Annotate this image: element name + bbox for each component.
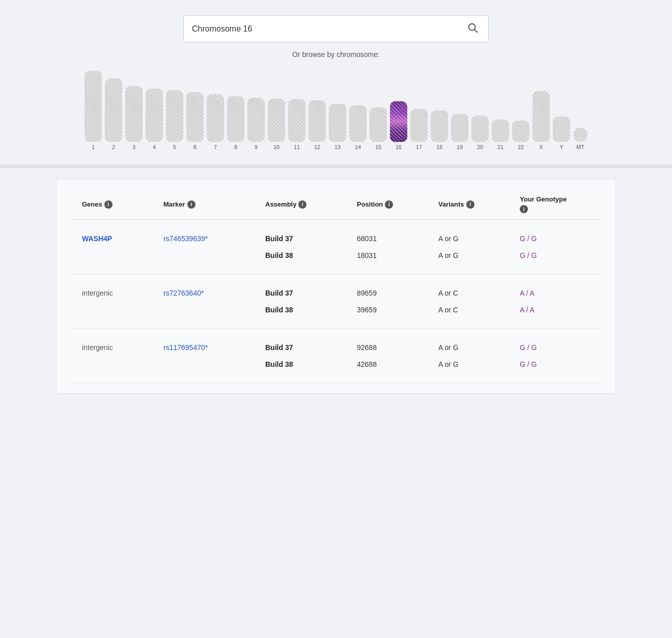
data-row-0-0: WASH4Prs746539639*Build 3768031A or GG /… <box>82 230 600 247</box>
chromosome-X[interactable]: X <box>533 91 550 150</box>
col-header-variants: Variants i <box>438 195 520 213</box>
chromosome-13[interactable]: 13 <box>329 104 346 150</box>
genotype-header-label: Your Genotype <box>520 195 567 203</box>
gene-link[interactable]: WASH4P <box>82 235 112 243</box>
assembly-cell: Build 38 <box>265 251 357 259</box>
table-body: WASH4Prs746539639*Build 3768031A or GG /… <box>72 220 600 383</box>
variants-cell: A or G <box>438 343 520 352</box>
marker-cell[interactable]: rs746539639* <box>163 234 265 243</box>
variants-cell: A or C <box>438 306 520 314</box>
genotype-cell: G / G <box>520 360 591 368</box>
chromosome-label-18: 18 <box>436 144 442 150</box>
variants-header-label: Variants <box>438 200 464 208</box>
position-cell: 39659 <box>357 306 438 314</box>
col-header-genes: Genes i <box>82 195 163 213</box>
chromosome-15[interactable]: 15 <box>370 107 387 150</box>
position-info-icon[interactable]: i <box>385 200 393 209</box>
genotype-cell: A / A <box>520 306 591 314</box>
gene-cell[interactable]: WASH4P <box>82 234 163 243</box>
chromosome-label-9: 9 <box>255 144 258 150</box>
marker-cell[interactable]: rs117695470* <box>163 343 265 352</box>
data-row-2-1: Build 3842688A or GG / G <box>82 356 600 372</box>
chromosome-17[interactable]: 17 <box>410 109 428 150</box>
chromosome-browser: 12345678910111213141516171819202122XYMT <box>56 66 616 164</box>
variants-cell: A or C <box>438 289 520 297</box>
marker-link[interactable]: rs72763640* <box>163 289 204 297</box>
variants-cell: A or G <box>438 235 520 243</box>
position-cell: 92688 <box>357 343 438 352</box>
chromosome-label-Y: Y <box>559 144 563 150</box>
table-row: intergenicrs72763640*Build 3789659A or C… <box>72 274 600 329</box>
chromosome-label-17: 17 <box>416 144 422 150</box>
chromosome-6[interactable]: 6 <box>186 92 204 150</box>
chromosome-label-4: 4 <box>153 144 156 150</box>
marker-header-label: Marker <box>163 200 185 208</box>
variants-info-icon[interactable]: i <box>466 200 474 209</box>
browse-label: Or browse by chromosome: <box>292 50 380 59</box>
chromosome-label-22: 22 <box>518 144 524 150</box>
genotype-info-icon[interactable]: i <box>520 205 528 213</box>
search-button[interactable] <box>465 22 480 36</box>
table-row: WASH4Prs746539639*Build 3768031A or GG /… <box>72 220 600 274</box>
chromosome-20[interactable]: 20 <box>471 115 489 150</box>
chromosome-label-8: 8 <box>234 144 237 150</box>
top-section: Or browse by chromosome: 123456789101112… <box>0 0 672 164</box>
chromosome-18[interactable]: 18 <box>431 110 448 150</box>
col-header-assembly: Assembly i <box>265 195 357 213</box>
chromosome-label-11: 11 <box>294 144 300 150</box>
chromosome-8[interactable]: 8 <box>227 96 244 150</box>
marker-link[interactable]: rs117695470* <box>163 343 208 352</box>
data-row-1-0: intergenicrs72763640*Build 3789659A or C… <box>82 284 600 302</box>
assembly-header-label: Assembly <box>265 200 296 208</box>
chromosome-label-21: 21 <box>497 144 503 150</box>
chromosome-label-X: X <box>539 144 543 150</box>
table-row: intergenicrs117695470*Build 3792688A or … <box>72 329 600 383</box>
chromosome-2[interactable]: 2 <box>105 78 122 150</box>
marker-link[interactable]: rs746539639* <box>163 235 208 243</box>
results-table-section: Genes i Marker i Assembly i Position i V… <box>56 179 616 394</box>
chromosome-21[interactable]: 21 <box>492 120 509 150</box>
chromosome-3[interactable]: 3 <box>125 86 143 150</box>
svg-line-1 <box>474 30 477 32</box>
col-header-genotype: Your Genotype i <box>520 195 591 213</box>
chromosome-Y[interactable]: Y <box>553 117 570 150</box>
chromosome-label-20: 20 <box>477 144 483 150</box>
chromosome-row: 12345678910111213141516171819202122XYMT <box>85 71 587 150</box>
genotype-cell: G / G <box>520 343 591 352</box>
chromosome-label-14: 14 <box>355 144 361 150</box>
chromosome-10[interactable]: 10 <box>268 99 285 150</box>
chromosome-label-13: 13 <box>334 144 341 150</box>
chromosome-4[interactable]: 4 <box>146 89 163 150</box>
chromosome-label-3: 3 <box>132 144 135 150</box>
chromosome-1[interactable]: 1 <box>85 71 102 150</box>
gene-cell: intergenic <box>82 289 163 297</box>
chromosome-label-15: 15 <box>375 144 381 150</box>
assembly-cell: Build 37 <box>265 289 357 297</box>
chromosome-9[interactable]: 9 <box>247 98 265 150</box>
data-row-0-1: Build 3818031A or GG / G <box>82 247 600 264</box>
genes-info-icon[interactable]: i <box>104 200 113 209</box>
chromosome-16[interactable]: 16 <box>390 101 407 150</box>
chromosome-19[interactable]: 19 <box>451 114 468 150</box>
chromosome-11[interactable]: 11 <box>288 99 305 150</box>
chromosome-label-19: 19 <box>457 144 463 150</box>
search-bar <box>183 15 489 42</box>
marker-cell[interactable]: rs72763640* <box>163 288 265 298</box>
marker-info-icon[interactable]: i <box>187 200 195 209</box>
assembly-cell: Build 37 <box>265 343 357 352</box>
variants-cell: A or G <box>438 251 520 259</box>
chromosome-label-6: 6 <box>193 144 197 150</box>
chromosome-5[interactable]: 5 <box>166 90 183 150</box>
chromosome-22[interactable]: 22 <box>512 121 529 150</box>
chromosome-label-12: 12 <box>314 144 320 150</box>
section-divider <box>0 164 672 168</box>
chromosome-MT[interactable]: MT <box>573 128 587 150</box>
chromosome-12[interactable]: 12 <box>309 100 326 150</box>
search-input[interactable] <box>192 24 465 34</box>
assembly-info-icon[interactable]: i <box>298 200 306 209</box>
col-header-marker: Marker i <box>163 195 265 213</box>
chromosome-label-16: 16 <box>396 144 402 150</box>
chromosome-14[interactable]: 14 <box>349 105 367 150</box>
chromosome-7[interactable]: 7 <box>207 94 224 150</box>
table-header: Genes i Marker i Assembly i Position i V… <box>72 189 600 220</box>
